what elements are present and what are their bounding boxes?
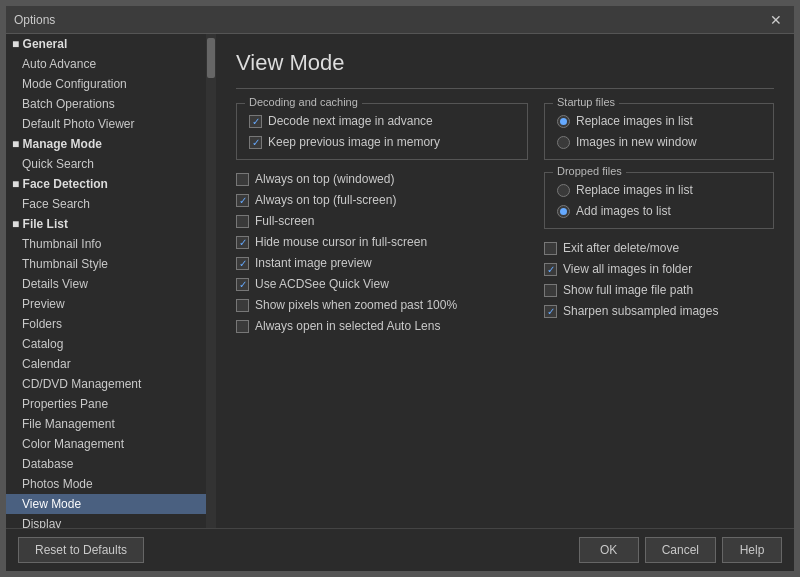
checkbox-row-always-open-auto-lens[interactable]: Always open in selected Auto Lens — [236, 319, 528, 333]
checkbox-label-always-on-top-fullscreen: Always on top (full-screen) — [255, 193, 396, 207]
sidebar-item-general[interactable]: ■ General — [6, 34, 206, 54]
checkbox-label-show-pixels: Show pixels when zoomed past 100% — [255, 298, 457, 312]
sidebar-item-manage-mode[interactable]: ■ Manage Mode — [6, 134, 206, 154]
checkbox-always-on-top-fullscreen[interactable] — [236, 194, 249, 207]
radio-row-add-images-list[interactable]: Add images to list — [557, 204, 761, 218]
startup-files-group: Startup files Replace images in listImag… — [544, 103, 774, 160]
checkbox-sharpen-subsampled[interactable] — [544, 305, 557, 318]
sidebar-item-file-management[interactable]: File Management — [6, 414, 206, 434]
sidebar-item-default-photo-viewer[interactable]: Default Photo Viewer — [6, 114, 206, 134]
checkbox-always-on-top-windowed[interactable] — [236, 173, 249, 186]
checkbox-always-open-auto-lens[interactable] — [236, 320, 249, 333]
checkbox-row-keep-previous[interactable]: Keep previous image in memory — [249, 135, 515, 149]
radio-row-images-new-window[interactable]: Images in new window — [557, 135, 761, 149]
dialog-title: Options — [14, 13, 55, 27]
sidebar-item-face-search[interactable]: Face Search — [6, 194, 206, 214]
close-button[interactable]: ✕ — [766, 10, 786, 30]
checkbox-show-full-path[interactable] — [544, 284, 557, 297]
checkbox-label-always-on-top-windowed: Always on top (windowed) — [255, 172, 394, 186]
sidebar-item-thumbnail-info[interactable]: Thumbnail Info — [6, 234, 206, 254]
checkbox-keep-previous[interactable] — [249, 136, 262, 149]
checkbox-row-instant-preview[interactable]: Instant image preview — [236, 256, 528, 270]
radio-replace-images-list[interactable] — [557, 115, 570, 128]
checkbox-label-show-full-path: Show full image file path — [563, 283, 693, 297]
sidebar-item-folders[interactable]: Folders — [6, 314, 206, 334]
startup-options: Replace images in listImages in new wind… — [557, 114, 761, 149]
checkbox-label-exit-after-delete: Exit after delete/move — [563, 241, 679, 255]
decoding-group-label: Decoding and caching — [245, 96, 362, 108]
sidebar-item-catalog[interactable]: Catalog — [6, 334, 206, 354]
checkbox-row-show-full-path[interactable]: Show full image file path — [544, 283, 774, 297]
radio-row-replace-dropped[interactable]: Replace images in list — [557, 183, 761, 197]
view-options: Always on top (windowed)Always on top (f… — [236, 172, 528, 333]
sidebar-item-batch-operations[interactable]: Batch Operations — [6, 94, 206, 114]
checkbox-instant-preview[interactable] — [236, 257, 249, 270]
checkbox-row-exit-after-delete[interactable]: Exit after delete/move — [544, 241, 774, 255]
radio-add-images-list[interactable] — [557, 205, 570, 218]
checkbox-row-decode-next[interactable]: Decode next image in advance — [249, 114, 515, 128]
checkbox-hide-mouse[interactable] — [236, 236, 249, 249]
checkbox-row-acdsee-quick-view[interactable]: Use ACDSee Quick View — [236, 277, 528, 291]
sidebar-item-thumbnail-style[interactable]: Thumbnail Style — [6, 254, 206, 274]
sidebar-item-calendar[interactable]: Calendar — [6, 354, 206, 374]
reset-button[interactable]: Reset to Defaults — [18, 537, 144, 563]
dropped-files-group: Dropped files Replace images in listAdd … — [544, 172, 774, 229]
sidebar-item-color-management[interactable]: Color Management — [6, 434, 206, 454]
sidebar-item-cd-dvd-management[interactable]: CD/DVD Management — [6, 374, 206, 394]
checkbox-row-always-on-top-fullscreen[interactable]: Always on top (full-screen) — [236, 193, 528, 207]
sidebar: ■ GeneralAuto AdvanceMode ConfigurationB… — [6, 34, 206, 528]
sidebar-item-quick-search[interactable]: Quick Search — [6, 154, 206, 174]
cancel-button[interactable]: Cancel — [645, 537, 716, 563]
left-column: Decoding and caching Decode next image i… — [236, 103, 528, 333]
checkbox-label-hide-mouse: Hide mouse cursor in full-screen — [255, 235, 427, 249]
sidebar-item-preview[interactable]: Preview — [6, 294, 206, 314]
sidebar-item-auto-advance[interactable]: Auto Advance — [6, 54, 206, 74]
checkbox-label-always-open-auto-lens: Always open in selected Auto Lens — [255, 319, 440, 333]
checkbox-full-screen[interactable] — [236, 215, 249, 228]
bottom-bar: Reset to Defaults OK Cancel Help — [6, 528, 794, 571]
sidebar-item-properties-pane[interactable]: Properties Pane — [6, 394, 206, 414]
checkbox-row-always-on-top-windowed[interactable]: Always on top (windowed) — [236, 172, 528, 186]
help-button[interactable]: Help — [722, 537, 782, 563]
scrollbar-thumb[interactable] — [207, 38, 215, 78]
sidebar-item-file-list[interactable]: ■ File List — [6, 214, 206, 234]
checkbox-row-full-screen[interactable]: Full-screen — [236, 214, 528, 228]
ok-button[interactable]: OK — [579, 537, 639, 563]
sidebar-item-photos-mode[interactable]: Photos Mode — [6, 474, 206, 494]
sidebar-item-display[interactable]: Display — [6, 514, 206, 528]
scrollbar-track[interactable] — [206, 34, 216, 528]
checkbox-label-instant-preview: Instant image preview — [255, 256, 372, 270]
sidebar-item-details-view[interactable]: Details View — [6, 274, 206, 294]
checkbox-label-acdsee-quick-view: Use ACDSee Quick View — [255, 277, 389, 291]
extra-options: Exit after delete/moveView all images in… — [544, 241, 774, 318]
radio-row-replace-images-list[interactable]: Replace images in list — [557, 114, 761, 128]
sidebar-item-mode-configuration[interactable]: Mode Configuration — [6, 74, 206, 94]
checkbox-label-sharpen-subsampled: Sharpen subsampled images — [563, 304, 718, 318]
checkbox-exit-after-delete[interactable] — [544, 242, 557, 255]
checkbox-decode-next[interactable] — [249, 115, 262, 128]
right-column: Startup files Replace images in listImag… — [544, 103, 774, 333]
checkbox-view-all-images[interactable] — [544, 263, 557, 276]
title-bar: Options ✕ — [6, 6, 794, 34]
decoding-group: Decoding and caching Decode next image i… — [236, 103, 528, 160]
checkbox-row-sharpen-subsampled[interactable]: Sharpen subsampled images — [544, 304, 774, 318]
button-group: OK Cancel Help — [579, 537, 782, 563]
main-content: View Mode Decoding and caching Decode ne… — [216, 34, 794, 528]
checkbox-acdsee-quick-view[interactable] — [236, 278, 249, 291]
radio-images-new-window[interactable] — [557, 136, 570, 149]
options-dialog: Options ✕ ■ GeneralAuto AdvanceMode Conf… — [5, 5, 795, 572]
checkbox-label-keep-previous: Keep previous image in memory — [268, 135, 440, 149]
dropped-options: Replace images in listAdd images to list — [557, 183, 761, 218]
radio-replace-dropped[interactable] — [557, 184, 570, 197]
dialog-body: ■ GeneralAuto AdvanceMode ConfigurationB… — [6, 34, 794, 528]
page-title: View Mode — [236, 50, 774, 76]
checkbox-show-pixels[interactable] — [236, 299, 249, 312]
checkbox-row-show-pixels[interactable]: Show pixels when zoomed past 100% — [236, 298, 528, 312]
radio-label-replace-dropped: Replace images in list — [576, 183, 693, 197]
checkbox-row-view-all-images[interactable]: View all images in folder — [544, 262, 774, 276]
sidebar-wrapper: ■ GeneralAuto AdvanceMode ConfigurationB… — [6, 34, 216, 528]
sidebar-item-face-detection[interactable]: ■ Face Detection — [6, 174, 206, 194]
checkbox-row-hide-mouse[interactable]: Hide mouse cursor in full-screen — [236, 235, 528, 249]
sidebar-item-view-mode[interactable]: View Mode — [6, 494, 206, 514]
sidebar-item-database[interactable]: Database — [6, 454, 206, 474]
